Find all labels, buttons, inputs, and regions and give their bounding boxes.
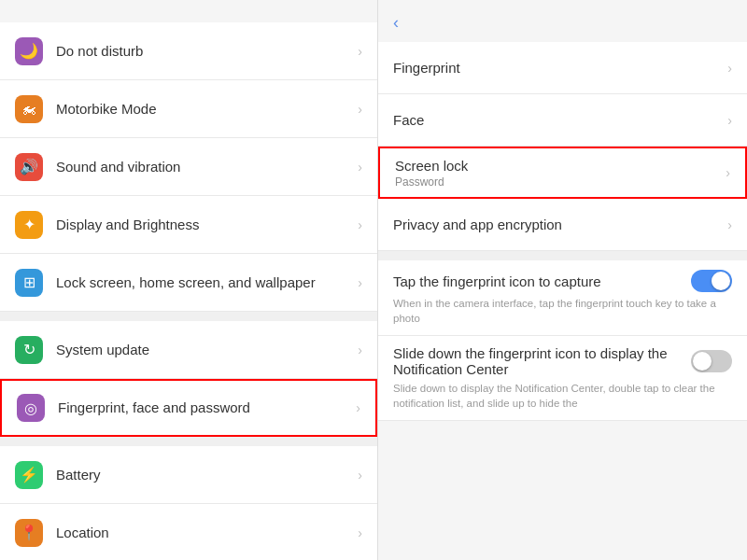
settings-label-system-update: System update: [56, 341, 358, 359]
chevron-icon: ›: [358, 44, 362, 59]
settings-icon-location: 📍: [15, 519, 43, 547]
settings-icon-motorbike-mode: 🏍: [15, 95, 43, 123]
right-item-main-face-item: Face: [393, 112, 727, 128]
settings-icon-do-not-disturb: 🌙: [15, 37, 43, 65]
right-item-screen-lock[interactable]: Screen lock Password › 2: [378, 147, 747, 199]
settings-item-system-update[interactable]: ↻ System update ›: [0, 321, 377, 379]
settings-icon-display-brightness: ✦: [15, 211, 43, 239]
settings-icon-lock-screen: ⊞: [15, 269, 43, 297]
toggle-switch-tap-fingerprint[interactable]: [691, 270, 732, 292]
divider-gap: [0, 312, 377, 321]
settings-label-motorbike-mode: Motorbike Mode: [56, 100, 358, 119]
right-item-sub-screen-lock: Password: [395, 175, 726, 189]
back-button[interactable]: ‹: [393, 13, 399, 33]
settings-icon-fingerprint: ◎: [17, 394, 45, 422]
settings-item-lock-screen[interactable]: ⊞ Lock screen, home screen, and wallpape…: [0, 254, 377, 312]
right-panel: ‹ Fingerprint › Face › Screen lock Passw…: [378, 0, 747, 560]
settings-list: 🌙 Do not disturb › 🏍 Motorbike Mode › 🔊 …: [0, 22, 377, 560]
chevron-icon: ›: [727, 217, 732, 232]
settings-item-location[interactable]: 📍 Location ›: [0, 504, 377, 560]
settings-item-do-not-disturb[interactable]: 🌙 Do not disturb ›: [0, 22, 377, 80]
settings-item-battery[interactable]: ⚡ Battery ›: [0, 446, 377, 504]
toggle-divider-gap: [378, 251, 747, 260]
right-item-face-item[interactable]: Face ›: [378, 94, 747, 147]
right-header: ‹: [378, 0, 747, 42]
toggle-top-slide-fingerprint: Slide down the fingerprint icon to displ…: [393, 345, 732, 377]
settings-label-fingerprint: Fingerprint, face and password: [58, 399, 356, 417]
chevron-icon: ›: [726, 165, 730, 180]
settings-item-sound-vibration[interactable]: 🔊 Sound and vibration ›: [0, 138, 377, 196]
toggle-label-tap-fingerprint: Tap the fingerprint icon to capture: [393, 273, 684, 289]
right-item-label-face-item: Face: [393, 112, 727, 128]
toggle-label-slide-fingerprint: Slide down the fingerprint icon to displ…: [393, 345, 684, 377]
settings-label-location: Location: [56, 524, 358, 542]
divider-gap: [0, 437, 377, 446]
right-item-privacy-encryption[interactable]: Privacy and app encryption ›: [378, 199, 747, 251]
chevron-icon: ›: [358, 343, 362, 357]
settings-label-do-not-disturb: Do not disturb: [56, 42, 358, 61]
chevron-icon: ›: [358, 468, 362, 483]
toggle-row-slide-fingerprint: Slide down the fingerprint icon to displ…: [378, 336, 747, 421]
right-item-main-privacy-encryption: Privacy and app encryption: [393, 217, 727, 232]
settings-item-display-brightness[interactable]: ✦ Display and Brightness ›: [0, 196, 377, 254]
chevron-icon: ›: [727, 61, 732, 76]
toggle-desc-slide-fingerprint: Slide down to display the Notification C…: [393, 381, 732, 411]
chevron-icon: ›: [356, 400, 360, 415]
settings-label-battery: Battery: [56, 466, 358, 484]
toggle-switch-slide-fingerprint[interactable]: [691, 350, 732, 372]
chevron-icon: ›: [358, 275, 362, 290]
right-item-fingerprint-item[interactable]: Fingerprint ›: [378, 42, 747, 94]
right-item-label-screen-lock: Screen lock Password: [395, 158, 726, 189]
right-list: Fingerprint › Face › Screen lock Passwor…: [378, 42, 747, 560]
toggle-desc-tap-fingerprint: When in the camera interface, tap the fi…: [393, 296, 732, 326]
chevron-icon: ›: [358, 217, 362, 232]
settings-icon-sound-vibration: 🔊: [15, 153, 43, 181]
settings-item-fingerprint[interactable]: ◎ Fingerprint, face and password › 1: [0, 379, 377, 437]
settings-icon-battery: ⚡: [15, 461, 43, 489]
chevron-icon: ›: [358, 525, 362, 540]
chevron-icon: ›: [358, 102, 362, 117]
right-item-main-screen-lock: Screen lock: [395, 158, 726, 174]
left-panel-title: [0, 0, 377, 22]
settings-label-sound-vibration: Sound and vibration: [56, 158, 358, 176]
right-item-label-privacy-encryption: Privacy and app encryption: [393, 217, 727, 232]
settings-item-motorbike-mode[interactable]: 🏍 Motorbike Mode ›: [0, 80, 377, 138]
settings-icon-system-update: ↻: [15, 336, 43, 364]
settings-label-display-brightness: Display and Brightness: [56, 216, 358, 234]
toggle-row-tap-fingerprint: Tap the fingerprint icon to capture When…: [378, 260, 747, 336]
chevron-icon: ›: [358, 160, 362, 175]
settings-label-lock-screen: Lock screen, home screen, and wallpaper: [56, 273, 358, 292]
chevron-icon: ›: [727, 113, 732, 128]
right-item-main-fingerprint-item: Fingerprint: [393, 60, 727, 76]
toggle-top-tap-fingerprint: Tap the fingerprint icon to capture: [393, 270, 732, 292]
right-item-label-fingerprint-item: Fingerprint: [393, 60, 727, 76]
left-panel: 🌙 Do not disturb › 🏍 Motorbike Mode › 🔊 …: [0, 0, 378, 560]
